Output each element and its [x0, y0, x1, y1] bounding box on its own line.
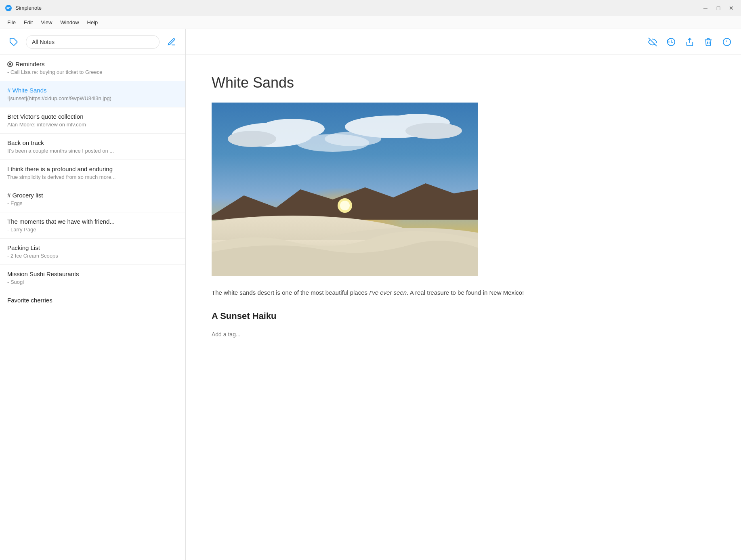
menu-window[interactable]: Window	[56, 18, 83, 27]
app-logo-icon	[5, 4, 12, 12]
svg-point-15	[405, 123, 462, 139]
note-preview: - 2 Ice Cream Scoops	[7, 253, 178, 259]
note-title: # Grocery list	[7, 192, 178, 199]
sidebar: Reminders - Call Lisa re: buying our tic…	[0, 29, 186, 560]
note-preview: It's been a couple months since I posted…	[7, 148, 178, 154]
note-preview: - Call Lisa re: buying our ticket to Gre…	[7, 69, 178, 75]
note-body-paragraph: The white sands desert is one of the mos…	[212, 287, 715, 298]
note-title: Mission Sushi Restaurants	[7, 271, 178, 277]
note-section-heading: A Sunset Haiku	[212, 311, 715, 321]
note-image-desert	[212, 103, 478, 276]
note-title: Packing List	[7, 244, 178, 251]
menu-help[interactable]: Help	[83, 18, 102, 27]
note-title: Reminders	[7, 61, 178, 67]
svg-point-12	[228, 131, 276, 147]
title-bar: Simplenote ─ □ ✕	[0, 0, 741, 16]
note-image-container	[212, 103, 715, 276]
note-preview: - Larry Page	[7, 227, 178, 233]
note-content-area[interactable]: White Sands	[186, 55, 741, 560]
note-preview: ![sunset](https://cldup.com/9wpWU84l3n.j…	[7, 95, 178, 101]
trash-button[interactable]	[704, 38, 713, 46]
note-preview: True simplicity is derived from so much …	[7, 174, 178, 180]
main-panel: White Sands	[186, 29, 741, 560]
note-title: # White Sands	[7, 87, 178, 94]
note-item-bret-victor[interactable]: Bret Victor's quote collection Alan Moor…	[0, 107, 185, 134]
svg-point-23	[340, 201, 350, 210]
menu-view[interactable]: View	[37, 18, 56, 27]
note-preview: - Eggs	[7, 200, 178, 206]
svg-point-0	[5, 5, 12, 11]
note-item-moments[interactable]: The moments that we have with friend... …	[0, 212, 185, 239]
note-item-favorite-cherries[interactable]: Favorite cherries	[0, 291, 185, 311]
note-item-back-on-track[interactable]: Back on track It's been a couple months …	[0, 134, 185, 160]
info-button[interactable]	[722, 38, 731, 46]
maximize-button[interactable]: □	[714, 3, 723, 13]
menu-edit[interactable]: Edit	[20, 18, 37, 27]
notes-list: Reminders - Call Lisa re: buying our tic…	[0, 55, 185, 560]
note-item-grocery-list[interactable]: # Grocery list - Eggs	[0, 186, 185, 212]
note-title: Bret Victor's quote collection	[7, 113, 178, 120]
note-title: Favorite cherries	[7, 297, 178, 304]
window-controls: ─ □ ✕	[701, 3, 736, 13]
minimize-button[interactable]: ─	[701, 3, 710, 13]
search-input[interactable]	[26, 35, 160, 49]
share-button[interactable]	[685, 38, 694, 46]
new-note-button[interactable]	[164, 35, 179, 49]
note-item-mission-sushi[interactable]: Mission Sushi Restaurants - Suogi	[0, 265, 185, 291]
main-toolbar	[186, 29, 741, 55]
note-title: I think there is a profound and enduring	[7, 166, 178, 172]
radio-dot-icon	[7, 61, 13, 67]
tag-input[interactable]	[212, 328, 715, 341]
sidebar-toolbar	[0, 29, 185, 55]
history-button[interactable]	[667, 38, 676, 46]
menu-file[interactable]: File	[3, 18, 20, 27]
note-title: Back on track	[7, 139, 178, 146]
note-item-profound[interactable]: I think there is a profound and enduring…	[0, 160, 185, 186]
app-body: Reminders - Call Lisa re: buying our tic…	[0, 29, 741, 560]
svg-point-17	[325, 132, 381, 146]
note-title-heading: White Sands	[212, 74, 715, 91]
preview-toggle-button[interactable]	[648, 38, 657, 46]
note-item-reminders[interactable]: Reminders - Call Lisa re: buying our tic…	[0, 55, 185, 81]
tags-icon-button[interactable]	[6, 35, 21, 49]
menu-bar: File Edit View Window Help	[0, 16, 741, 29]
close-button[interactable]: ✕	[726, 3, 736, 13]
app-title: Simplenote	[15, 5, 701, 11]
note-item-packing-list[interactable]: Packing List - 2 Ice Cream Scoops	[0, 239, 185, 265]
note-item-white-sands[interactable]: # White Sands ![sunset](https://cldup.co…	[0, 81, 185, 107]
note-preview: Alan Moore: interview on mtv.com	[7, 122, 178, 128]
note-title: The moments that we have with friend...	[7, 218, 178, 225]
note-preview: - Suogi	[7, 279, 178, 285]
